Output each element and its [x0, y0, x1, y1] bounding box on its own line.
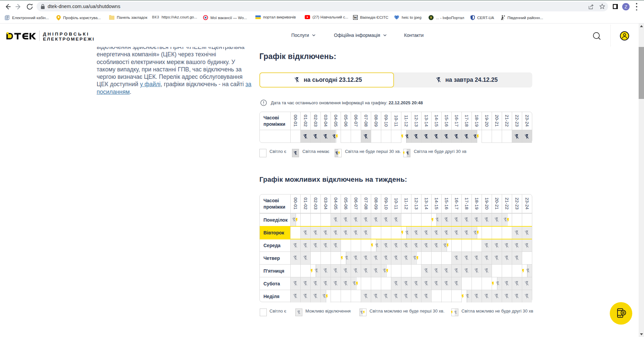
svg-text:W: W	[354, 15, 357, 19]
